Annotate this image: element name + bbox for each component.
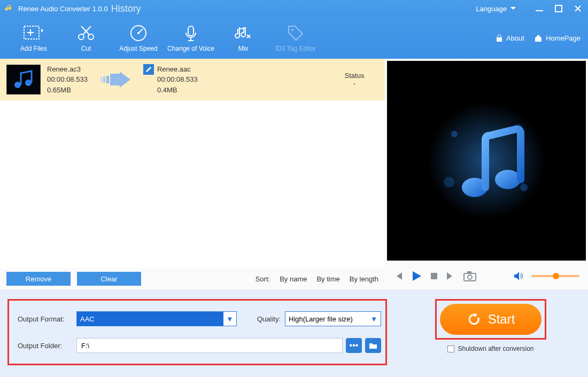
arrow-right-icon [99,72,131,88]
language-dropdown[interactable]: Language [476,5,516,13]
play-button[interactable] [411,270,422,282]
refresh-icon [467,312,482,327]
status-header: Status [330,72,378,80]
output-settings: Output Format: AAC ▼ Quality: High(Large… [7,299,387,365]
add-files-button[interactable]: Add Files [7,23,60,52]
stop-button[interactable] [430,272,438,280]
browse-button[interactable]: ••• [346,338,362,353]
svg-point-18 [444,177,454,187]
title-bar: Renee Audio Converter 1.0.0 History Lang… [0,0,588,17]
svg-point-3 [79,34,84,40]
adjust-speed-button[interactable]: Adjust Speed [112,23,165,52]
open-folder-button[interactable] [365,338,381,353]
svg-point-4 [88,34,94,40]
music-note-icon [428,102,545,219]
scissors-icon [77,24,95,42]
preview-panel [387,61,586,261]
start-highlight: Start [435,299,546,340]
file-list-area [0,100,385,268]
source-file-info: Renee.ac3 00:00:08.533 0.65MB [47,64,88,96]
cut-button[interactable]: Cut [60,23,112,52]
svg-rect-9 [497,37,502,42]
source-size: 0.65MB [47,85,88,96]
speed-gauge-icon [129,24,148,42]
home-icon [534,34,543,42]
svg-rect-7 [188,26,194,36]
change-voice-button[interactable]: Change of Voice [165,23,217,52]
snapshot-button[interactable] [463,270,477,282]
sort-by-length[interactable]: By length [350,275,378,283]
music-note-icon [11,69,36,90]
player-controls [385,263,588,289]
shutdown-checkbox-row[interactable]: Shutdown after conversion [447,345,533,352]
id3-editor-button[interactable]: ID3 Tag Editor [269,23,322,52]
app-logo-icon [4,4,14,13]
ellipsis-icon: ••• [350,341,359,350]
svg-point-11 [25,80,32,86]
mix-button[interactable]: Mix [217,23,269,52]
homepage-link[interactable]: HomePage [534,34,581,42]
svg-point-8 [291,29,293,31]
lock-icon [496,34,503,42]
chevron-down-icon: ▼ [223,312,236,326]
chevron-down-icon: ▼ [370,315,377,323]
output-duration: 00:00:08.533 [157,74,198,85]
sort-by-time[interactable]: By time [316,275,339,283]
close-button[interactable] [572,3,584,14]
output-folder-input[interactable] [76,338,343,353]
history-link[interactable]: History [111,3,141,14]
folder-icon [369,342,377,349]
edit-output-button[interactable] [143,64,154,75]
next-button[interactable] [446,271,455,281]
minimize-button[interactable] [533,3,545,14]
svg-rect-22 [431,273,437,279]
volume-slider[interactable] [531,275,579,277]
list-footer: Remove Clear Sort: By name By time By le… [0,268,385,289]
svg-point-21 [495,170,521,189]
language-label: Language [476,5,507,13]
svg-rect-0 [536,10,543,11]
microphone-icon [182,24,200,42]
tag-icon [287,24,305,42]
svg-rect-14 [106,76,109,83]
start-button[interactable]: Start [440,304,541,335]
output-format-label: Output Format: [18,315,76,323]
add-files-icon [23,24,44,42]
remove-button[interactable]: Remove [6,272,71,286]
svg-point-16 [451,131,458,137]
quality-dropdown[interactable]: High(Larger file size) ▼ [285,311,381,326]
svg-rect-25 [467,271,471,273]
main-toolbar: Add Files Cut Adjust Speed Change of Voi… [0,17,588,59]
quality-label: Quality: [237,315,285,323]
about-link[interactable]: About [496,34,524,42]
app-title: Renee Audio Converter 1.0.0 [18,5,108,13]
file-thumbnail [6,65,41,95]
pencil-icon [145,66,152,73]
sort-by-name[interactable]: By name [280,275,307,283]
status-value: - [330,80,378,88]
shutdown-checkbox[interactable] [447,345,454,352]
svg-point-19 [520,184,528,191]
svg-rect-13 [103,76,105,83]
svg-point-6 [137,32,140,34]
maximize-button[interactable] [553,3,564,14]
chevron-down-icon [510,5,516,12]
source-duration: 00:00:08.533 [47,74,88,85]
prev-button[interactable] [393,271,403,281]
volume-icon[interactable] [513,271,524,281]
output-file-info: Renee.aac 00:00:08.533 0.4MB [157,64,198,96]
output-format-dropdown[interactable]: AAC ▼ [76,311,237,326]
svg-point-24 [468,275,472,279]
clear-button[interactable]: Clear [77,272,141,286]
shutdown-label: Shutdown after conversion [458,345,533,352]
svg-rect-12 [100,77,102,82]
output-size: 0.4MB [157,85,198,96]
output-folder-label: Output Folder: [18,342,76,350]
sort-label: Sort: [256,275,270,283]
svg-rect-1 [555,5,562,12]
source-filename: Renee.ac3 [47,64,88,75]
mix-icon [234,24,252,42]
svg-point-10 [14,82,21,88]
output-filename: Renee.aac [157,64,198,75]
file-row[interactable]: Renee.ac3 00:00:08.533 0.65MB Renee.aac … [0,59,385,100]
